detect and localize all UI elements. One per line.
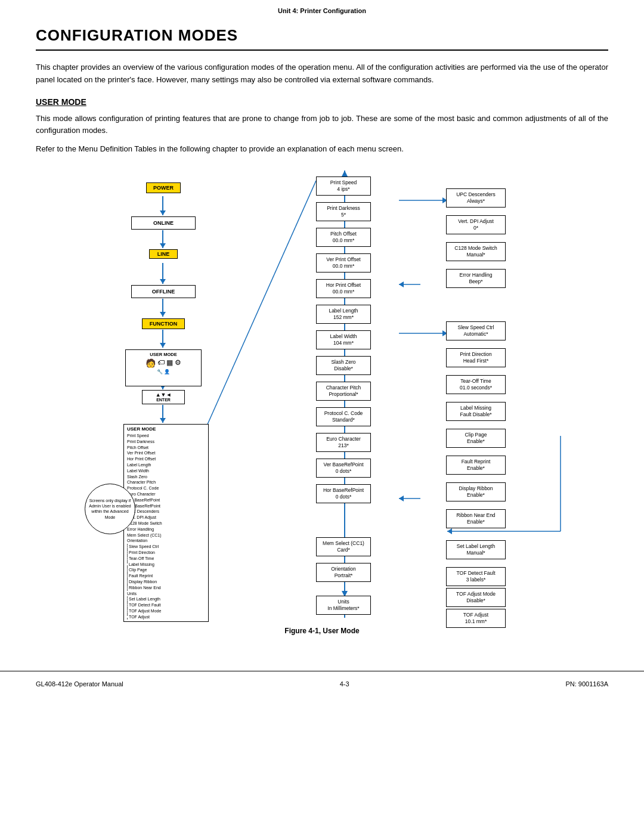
svg-line-14 <box>199 181 316 443</box>
menu-box-vert-dpi: Vert. DPI Adjust 0* <box>446 215 506 234</box>
menu-box-print-direction: Print Direction Head First* <box>446 348 506 367</box>
page-header: Unit 4: Printer Configuration <box>0 0 644 14</box>
list-item: Character Pitch <box>127 479 205 485</box>
online-box: ONLINE <box>131 216 196 230</box>
usermode-panel: USER MODE 🧑 🏷 ▦ ⚙ 🔧 👤 <box>125 349 202 386</box>
list-item-dashed: TOF Adjust <box>127 614 205 620</box>
list-item: Orientation <box>127 538 205 544</box>
page-content: CONFIGURATION MODES This chapter provide… <box>0 14 644 665</box>
menu-box-set-label-length: Set Label Length Manual* <box>446 540 506 559</box>
list-item: Vert. DPI Adjust <box>127 515 205 521</box>
menu-box-hor-base: Hor BaseRefPoint 0 dots* <box>316 484 371 503</box>
svg-marker-7 <box>160 312 166 317</box>
list-item: Hor Print Offset <box>127 456 205 462</box>
list-item: Label Width <box>127 468 205 474</box>
section-title: USER MODE <box>36 97 608 107</box>
menu-box-label-length: Label Length 152 mm* <box>316 305 371 324</box>
menu-box-print-speed: Print Speed 4 ips* <box>316 176 371 196</box>
chapter-title: CONFIGURATION MODES <box>36 26 608 51</box>
list-item-dashed: Tear-Off Time <box>127 556 205 562</box>
usermode-icons: 🧑 🏷 ▦ ⚙ <box>145 358 181 368</box>
menu-box-error-handling: Error Handling Beep* <box>446 269 506 288</box>
menu-box-ver-print-offset: Ver Print Offset 00.0 mm* <box>316 253 371 272</box>
enter-arrows: ▲▼◄ <box>156 392 172 398</box>
icon-tag: 🏷 <box>157 358 165 368</box>
menu-box-orientation: Orientation Portrait* <box>316 563 371 582</box>
svg-marker-13 <box>160 418 166 423</box>
list-item: Ver BaseRefPoint <box>127 497 205 503</box>
list-item: Print Darkness <box>127 439 205 445</box>
menu-box-display-ribbon: Display Ribbon Enable* <box>446 482 506 501</box>
icon-person2: 👤 <box>164 369 170 374</box>
section-text-2: Refer to the Menu Definition Tables in t… <box>36 143 608 156</box>
menu-box-pitch-offset: Pitch Offset 00.0 mm* <box>316 228 371 247</box>
figure-caption: Figure 4-1, User Mode <box>284 627 359 635</box>
list-item: UPC Descenders <box>127 509 205 515</box>
header-text: Unit 4: Printer Configuration <box>278 7 366 14</box>
footer-right: PN: 9001163A <box>565 680 608 688</box>
svg-marker-16 <box>342 171 348 176</box>
menu-box-slew-speed: Slew Speed Ctrl Automatic* <box>446 321 506 340</box>
svg-marker-24 <box>399 496 404 501</box>
menu-box-tof-adjust: TOF Adjust 10.1 mm* <box>446 609 506 628</box>
offline-box: OFFLINE <box>131 285 196 298</box>
list-item-dashed: Print Direction <box>127 550 205 556</box>
diagram: POWER ONLINE LINE OFFLINE FUNCTION USER … <box>54 168 590 621</box>
list-item: Hor BaseRefPoint <box>127 503 205 509</box>
menu-box-tof-adjust-mode: TOF Adjust Mode Disable* <box>446 588 506 607</box>
icon-tools: 🔧 <box>157 369 163 374</box>
menu-box-c128: C128 Mode Switch Manual* <box>446 242 506 261</box>
list-item-dashed: Label Missing <box>127 562 205 568</box>
menu-box-units: Units In Millimeters* <box>316 596 371 615</box>
list-item: Units <box>127 591 205 597</box>
annotation-text: Screens only display if Admin User is en… <box>88 498 132 519</box>
figure-container: POWER ONLINE LINE OFFLINE FUNCTION USER … <box>36 168 608 635</box>
menu-box-mem-select: Mem Select (CC1) Card* <box>316 537 371 556</box>
menu-box-upc: UPC Descenders Always* <box>446 188 506 208</box>
menu-box-print-darkness: Print Darkness 5* <box>316 202 371 221</box>
list-item: Error Handling <box>127 527 205 532</box>
menu-box-hor-print-offset: Hor Print Offset 00.0 mm* <box>316 279 371 298</box>
menu-box-slash-zero: Slash Zero Disable* <box>316 356 371 375</box>
icon-person: 🧑 <box>145 358 156 368</box>
icon-settings: ⚙ <box>175 358 181 368</box>
menu-box-ver-base: Ver BaseRefPoint 0 dots* <box>316 459 371 478</box>
svg-marker-1 <box>160 210 166 215</box>
list-item: C128 Mode Switch <box>127 521 205 527</box>
list-item-dashed: Slew Speed Ctrl <box>127 544 205 550</box>
list-item: Euro Character <box>127 491 205 497</box>
intro-text: This chapter provides an overview of the… <box>36 61 608 86</box>
section-text-1: This mode allows configuration of printi… <box>36 113 608 138</box>
enter-button[interactable]: ▲▼◄ ENTER <box>142 390 185 404</box>
list-item-dashed: TOF Adjust Mode <box>127 608 205 614</box>
usermode-panel-label: USER MODE <box>150 352 177 357</box>
list-item: Print Speed <box>127 433 205 439</box>
list-title: USER MODE <box>127 426 205 432</box>
usermode-list: USER MODE Print Speed Print Darkness Pit… <box>123 424 209 623</box>
list-item-dashed: Ribbon Near End <box>127 585 205 591</box>
menu-box-tof-detect-fault: TOF Detect Fault 3 labels* <box>446 567 506 586</box>
list-item: Mem Select (CC1) <box>127 532 205 538</box>
menu-box-euro-char: Euro Character 213* <box>316 433 371 452</box>
list-item-dashed: Clip Page <box>127 567 205 573</box>
icon-barcode: ▦ <box>166 358 173 368</box>
list-item: Slash Zero <box>127 474 205 480</box>
svg-marker-3 <box>160 243 166 248</box>
svg-marker-9 <box>160 343 166 348</box>
power-button[interactable]: POWER <box>146 182 181 193</box>
list-item-dashed: Display Ribbon <box>127 579 205 585</box>
page-footer: GL408-412e Operator Manual 4-3 PN: 90011… <box>0 671 644 696</box>
menu-box-label-width: Label Width 104 mm* <box>316 330 371 349</box>
menu-box-fault-reprint: Fault Reprint Enable* <box>446 456 506 475</box>
menu-box-label-missing: Label Missing Fault Disable* <box>446 402 506 421</box>
menu-box-ribbon-near-end: Ribbon Near End Enable* <box>446 509 506 528</box>
line-button[interactable]: LINE <box>149 249 178 259</box>
menu-box-char-pitch: Character Pitch Proportional* <box>316 382 371 401</box>
list-item-dashed: TOF Detect Fault <box>127 602 205 608</box>
svg-marker-5 <box>160 279 166 284</box>
footer-left: GL408-412e Operator Manual <box>36 680 123 688</box>
list-item: Protocol C. Code <box>127 485 205 491</box>
function-button[interactable]: FUNCTION <box>142 318 185 329</box>
menu-box-tearoff-time: Tear-Off Time 01.0 seconds* <box>446 375 506 394</box>
list-item-dashed: Set Label Length <box>127 596 205 602</box>
